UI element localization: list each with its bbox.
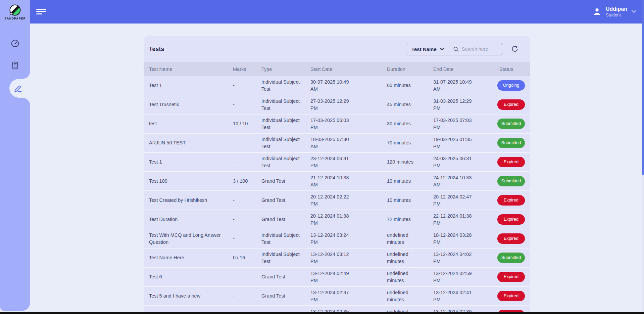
column-header-end: End Date [428,66,481,73]
cell-end: 13-12-2024 02:41 PM [428,289,481,303]
column-header-type: Type [256,66,305,73]
cell-start: 13-12-2024 03:24 PM [305,232,382,245]
cell-end: 13-12-2024 04:02 PM [428,251,481,265]
cell-type: Grand Test [256,273,305,280]
cell-end: 24-12-2024 10:33 AM [428,174,481,188]
cell-type: Individual Subject Test [256,155,305,169]
cell-test-name: Test Created by Hrishikesh [144,197,228,204]
table-header-row: Test Name Marks Type Start Date Duration… [144,62,530,76]
table-row[interactable]: ARJUN 50 TEST - Individual Subject Test … [144,134,530,153]
search-input[interactable] [462,46,503,52]
table-row[interactable]: Test 1 - Individual Subject Test 30-07-2… [144,76,530,95]
status-badge: Expired [497,233,525,243]
cell-start: 18-03-2025 07:30 AM [305,136,382,150]
sidebar-item-dashboard[interactable] [0,34,30,53]
sidebar: SANDPAPER [0,0,30,311]
hamburger-icon[interactable] [36,9,47,15]
cell-marks: - [228,139,256,146]
cell-marks: - [228,197,256,204]
cell-start: 17-03-2025 06:03 PM [305,117,382,131]
table-row[interactable]: Test 100 3 / 100 Grand Test 21-12-2024 1… [144,172,530,191]
cell-marks: - [228,101,256,108]
cell-test-name: test [144,120,228,127]
cell-duration: 10 minutes [382,178,428,184]
column-header-duration: Duration [382,66,428,73]
table-row[interactable]: Test Created by Hrishikesh - Grand Test … [144,191,530,210]
cell-duration: undefined minutes [382,270,428,284]
cell-duration: 30 minutes [382,120,428,127]
scrollbar-track[interactable] [642,0,644,314]
cell-marks: - [228,273,256,280]
search-icon [453,46,459,52]
cell-end: 22-12-2024 01:38 PM [428,213,481,226]
topbar: Uddipan Student [30,0,644,24]
cell-start: 23-12-2024 06:31 PM [305,155,382,169]
cell-duration: 70 minutes [382,139,428,146]
table-row[interactable]: Test Trusnetix - Individual Subject Test… [144,95,530,115]
status-badge: Submitted [497,176,525,186]
cell-start: 20-12-2024 01:38 PM [305,213,382,226]
status-badge: Submitted [497,138,525,148]
filter-dropdown-label: Test Name [411,46,437,52]
cell-test-name: Test 1 [144,82,228,89]
table-row[interactable]: Test 5 and I have a new - Grand Test 13-… [144,287,530,306]
cell-type: Individual Subject Test [256,136,305,150]
cell-start: 13-12-2024 03:12 PM [305,251,382,265]
person-icon [592,7,602,16]
table-row[interactable]: Test 6 - Grand Test 13-12-2024 02:49 PM … [144,268,530,287]
sidebar-item-tests[interactable] [9,79,30,98]
scrollbar-thumb[interactable] [642,0,644,175]
cell-start: 21-12-2024 10:33 AM [305,174,382,188]
bottom-edge-bar [0,312,644,314]
cell-duration: 72 minutes [382,216,428,223]
table-row[interactable]: Test 1 - Individual Subject Test 23-12-2… [144,153,530,172]
active-item-flare-top [23,72,30,79]
pencil-icon [13,84,23,93]
chevron-down-icon [631,10,637,14]
cell-start: 30-07-2025 10:49 AM [305,79,382,92]
logo-text: SANDPAPER [0,17,30,20]
cell-marks: - [228,216,256,223]
cell-marks: - [228,159,256,165]
caret-down-icon [440,48,444,51]
status-badge: Expired [497,99,525,109]
cell-duration: undefined minutes [382,289,428,303]
tests-panel: Tests Test Name [144,36,530,314]
table-row[interactable]: Test Name Here 0 / 16 Individual Subject… [144,249,530,268]
page-title: Tests [149,46,164,53]
cell-test-name: Test With MCQ and Long Answer Question [144,232,228,245]
cell-type: Individual Subject Test [256,117,305,131]
column-header-marks: Marks [228,66,256,73]
table-row[interactable]: Test Duration - Grand Test 20-12-2024 01… [144,210,530,229]
cell-test-name: Test Duration [144,216,228,223]
cell-marks: - [228,235,256,242]
tests-table-body: Test 1 - Individual Subject Test 30-07-2… [144,76,530,314]
cell-test-name: Test 100 [144,178,228,184]
table-row[interactable]: test 10 / 10 Individual Subject Test 17-… [144,115,530,134]
status-badge: Expired [497,272,525,282]
cell-end: 19-03-2025 01:35 PM [428,136,481,150]
cell-test-name: Test 5 and I have a new [144,293,228,299]
cell-duration: 60 minutes [382,82,428,89]
cell-type: Individual Subject Test [256,251,305,265]
cell-marks: 10 / 10 [228,120,256,127]
book-icon [11,61,19,70]
refresh-button[interactable] [510,45,519,53]
table-row[interactable]: Test With MCQ and Long Answer Question -… [144,229,530,249]
status-badge: Submitted [497,253,525,263]
cell-duration: undefined minutes [382,251,428,265]
cell-test-name: Test 6 [144,273,228,280]
column-header-start: Start Date [305,66,382,73]
cell-duration: 10 minutes [382,197,428,204]
cell-start: 13-12-2024 02:37 PM [305,289,382,303]
status-badge: Expired [497,214,525,224]
cell-type: Grand Test [256,197,305,204]
status-badge: Expired [497,157,525,167]
cell-test-name: Test Trusnetix [144,101,228,108]
cell-test-name: ARJUN 50 TEST [144,139,228,146]
user-role: Student [606,12,627,18]
tests-panel-header: Tests Test Name [144,36,530,62]
user-menu[interactable]: Uddipan Student [592,0,637,24]
filter-dropdown[interactable]: Test Name [406,43,449,55]
active-item-flare-bottom [23,98,30,105]
